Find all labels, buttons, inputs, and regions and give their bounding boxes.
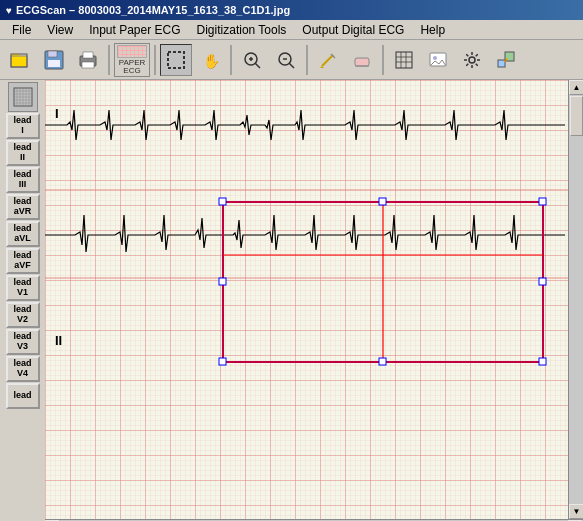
handle-mr	[539, 278, 546, 285]
title-bar-text: ECGScan – 8003003_2014MAY15_1613_38_C1D1…	[16, 4, 290, 16]
lead-button-V3[interactable]: leadV3	[6, 329, 40, 355]
svg-rect-4	[48, 51, 57, 57]
menu-file[interactable]: File	[4, 21, 39, 39]
hand-tool-button[interactable]: ✋	[194, 44, 226, 76]
lead-button-V2[interactable]: leadV2	[6, 302, 40, 328]
scroll-thumb-vertical[interactable]	[570, 96, 583, 136]
right-scrollbar: ▲ ▼	[568, 80, 583, 519]
lead-button-aVR[interactable]: leadaVR	[6, 194, 40, 220]
zoom-out-button[interactable]	[270, 44, 302, 76]
save-button[interactable]	[38, 44, 70, 76]
ecg-canvas[interactable]: I II	[45, 80, 568, 519]
handle-br	[539, 358, 546, 365]
zoom-in-button[interactable]	[236, 44, 268, 76]
svg-rect-23	[396, 52, 412, 68]
svg-rect-9	[168, 52, 184, 68]
print-button[interactable]	[72, 44, 104, 76]
separator-2	[154, 45, 156, 75]
toolbar: PAPERECG ✋	[0, 40, 583, 80]
grid-button[interactable]	[388, 44, 420, 76]
menu-digitization-tools[interactable]: Digitization Tools	[189, 21, 295, 39]
scroll-up-button[interactable]: ▲	[569, 80, 583, 95]
left-sidebar: leadI leadII leadIII leadaVR leadaVL lea…	[0, 80, 45, 519]
lead-button-V4[interactable]: leadV4	[6, 356, 40, 382]
lead-button-V1[interactable]: leadV1	[6, 275, 40, 301]
separator-4	[306, 45, 308, 75]
svg-rect-46	[45, 80, 568, 519]
menu-bar: File View Input Paper ECG Digitization T…	[0, 20, 583, 40]
lead-button-III[interactable]: leadIII	[6, 167, 40, 193]
export-button[interactable]	[490, 44, 522, 76]
svg-point-29	[433, 56, 437, 60]
svg-line-18	[322, 55, 333, 66]
separator-5	[382, 45, 384, 75]
handle-bc	[379, 358, 386, 365]
menu-output-digital-ecg[interactable]: Output Digital ECG	[294, 21, 412, 39]
handle-bl	[219, 358, 226, 365]
svg-rect-21	[355, 58, 369, 66]
svg-rect-1	[11, 56, 27, 67]
lead-button-aVF[interactable]: leadaVF	[6, 248, 40, 274]
svg-point-30	[469, 57, 475, 63]
lead-I-label: I	[55, 106, 59, 121]
lead-button-V5[interactable]: lead	[6, 383, 40, 409]
menu-input-paper-ecg[interactable]: Input Paper ECG	[81, 21, 188, 39]
handle-tl	[219, 198, 226, 205]
paper-ecg-button[interactable]: PAPERECG	[114, 43, 150, 77]
svg-line-17	[289, 63, 294, 68]
svg-text:✋: ✋	[203, 53, 220, 70]
grid-icon[interactable]	[8, 82, 38, 112]
lead-button-I[interactable]: leadI	[6, 113, 40, 139]
pencil-button[interactable]	[312, 44, 344, 76]
scroll-down-button[interactable]: ▼	[569, 504, 583, 519]
title-bar: ♥ ECGScan – 8003003_2014MAY15_1613_38_C1…	[0, 0, 583, 20]
svg-line-14	[255, 63, 260, 68]
eraser-button[interactable]	[346, 44, 378, 76]
lead-button-II[interactable]: leadII	[6, 140, 40, 166]
ecg-grid-svg: I II	[45, 80, 568, 519]
menu-view[interactable]: View	[39, 21, 81, 39]
title-bar-icon: ♥	[6, 5, 12, 16]
svg-rect-5	[48, 60, 60, 67]
svg-rect-7	[83, 52, 93, 58]
handle-tr	[539, 198, 546, 205]
handle-tc	[379, 198, 386, 205]
main-container: leadI leadII leadIII leadaVR leadaVL lea…	[0, 80, 583, 519]
lead-II-label: II	[55, 333, 62, 348]
separator-3	[230, 45, 232, 75]
svg-rect-8	[82, 62, 94, 68]
scroll-track-vertical[interactable]	[569, 95, 583, 504]
svg-marker-19	[320, 66, 324, 68]
separator-1	[108, 45, 110, 75]
settings-button[interactable]	[456, 44, 488, 76]
image-button[interactable]	[422, 44, 454, 76]
menu-help[interactable]: Help	[412, 21, 453, 39]
select-tool-button[interactable]	[160, 44, 192, 76]
handle-ml	[219, 278, 226, 285]
open-button[interactable]	[4, 44, 36, 76]
lead-button-aVL[interactable]: leadaVL	[6, 221, 40, 247]
